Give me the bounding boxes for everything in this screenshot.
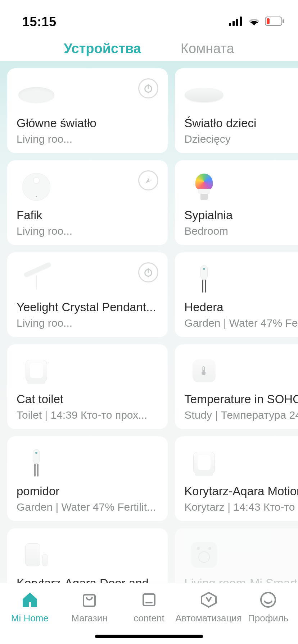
device-sub: Living roo...: [17, 133, 158, 145]
device-sub: Korytarz | 14:43 Кто-то пр...: [184, 501, 298, 513]
tab-rooms[interactable]: Комната: [181, 41, 234, 56]
device-card[interactable]: Główne światło Living roo...: [7, 68, 168, 153]
profile-icon: [259, 590, 277, 609]
nav-label: Магазин: [71, 613, 107, 624]
device-name: Cat toilet: [17, 392, 158, 406]
wifi-icon: [248, 17, 261, 27]
door-sensor-icon: [17, 537, 56, 573]
home-indicator[interactable]: [95, 635, 203, 638]
nav-label: Mi Home: [11, 613, 49, 624]
svg-rect-17: [143, 594, 155, 606]
device-name: Hedera: [184, 300, 298, 314]
status-indicators: [229, 17, 285, 27]
device-card[interactable]: pomidor Garden | Water 47% Fertilit...: [7, 436, 168, 521]
device-card[interactable]: Korytarz-Aqara Motion S... Korytarz | 14…: [175, 436, 298, 521]
device-name: Główne światło: [17, 116, 158, 130]
temp-sensor-icon: 🌡: [184, 353, 224, 389]
ceiling-light-icon: [184, 77, 224, 113]
automation-icon: [199, 590, 218, 609]
locate-button[interactable]: [138, 170, 158, 190]
device-name: Sypialnia: [184, 208, 298, 222]
nav-profile[interactable]: Профиль: [240, 590, 296, 624]
svg-point-20: [261, 593, 275, 607]
bag-icon: [80, 590, 99, 609]
svg-rect-5: [283, 19, 284, 23]
device-sub: Garden | Water 47% Fertilit...: [184, 317, 298, 329]
device-name: Światło dzieci: [184, 116, 298, 130]
device-sub: Toilet | 14:39 Кто-то прох...: [17, 409, 158, 421]
vacuum-icon: [17, 169, 56, 205]
plant-sensor-icon: [17, 445, 56, 481]
device-name: pomidor: [17, 484, 158, 498]
svg-rect-2: [236, 19, 238, 26]
svg-rect-15: [29, 602, 31, 607]
device-name: Fafik: [17, 208, 158, 222]
nav-home[interactable]: Mi Home: [2, 590, 58, 624]
header-tabs: Устройства Комната: [0, 36, 298, 61]
device-sub: Living roo...: [17, 225, 158, 237]
svg-marker-19: [202, 593, 216, 607]
device-card[interactable]: Korytarz-Aqara Door and... Korytarz | 14…: [7, 528, 168, 583]
device-name: Temperature in SOHO: [184, 392, 298, 406]
device-grid: Główne światło Living roo... Światło dzi…: [7, 68, 291, 583]
status-time: 15:15: [22, 14, 57, 29]
bulb-icon: [184, 169, 224, 205]
svg-rect-1: [232, 21, 235, 26]
device-sub: Bedroom: [184, 225, 298, 237]
device-sub: Living roo...: [17, 317, 158, 329]
home-icon: [21, 590, 39, 609]
device-sub: Garden | Water 47% Fertilit...: [17, 501, 158, 513]
motion-sensor-icon: [184, 445, 224, 481]
device-name: Korytarz-Aqara Motion S...: [184, 484, 298, 498]
plant-sensor-icon: [184, 261, 224, 297]
device-name: Korytarz-Aqara Door and...: [17, 576, 158, 583]
device-card[interactable]: Hedera Garden | Water 47% Fertilit...: [175, 252, 298, 337]
device-card[interactable]: Cat toilet Toilet | 14:39 Кто-то прох...: [7, 344, 168, 429]
battery-icon: [265, 17, 285, 27]
nav-label: Автоматизация: [175, 613, 242, 624]
device-name: Living room-Mi Smart Plug: [184, 576, 298, 583]
status-bar: 15:15: [0, 0, 298, 36]
tab-devices[interactable]: Устройства: [64, 41, 141, 56]
content-icon: [140, 590, 158, 609]
device-grid-container[interactable]: Główne światło Living roo... Światło dzi…: [0, 61, 298, 583]
app-viewport: 15:15 Устройства Комната: [0, 0, 298, 644]
svg-rect-3: [240, 17, 242, 26]
nav-label: Профиль: [248, 613, 288, 624]
device-card[interactable]: Fafik Living roo...: [7, 160, 168, 245]
cellular-icon: [229, 17, 243, 27]
svg-rect-6: [267, 18, 270, 24]
pendant-light-icon: [17, 261, 56, 297]
power-button[interactable]: [138, 262, 158, 282]
smart-plug-icon: [184, 537, 224, 573]
device-card[interactable]: Living room-Mi Smart Plug Living roo...: [175, 528, 298, 583]
device-card[interactable]: Światło dzieci Dziecięcy: [175, 68, 298, 153]
device-card[interactable]: Yeelight Crystal Pendant... Living roo..…: [7, 252, 168, 337]
nav-store[interactable]: Магазин: [62, 590, 117, 624]
svg-rect-0: [229, 23, 231, 26]
device-name: Yeelight Crystal Pendant...: [17, 300, 158, 314]
nav-label: content: [134, 613, 164, 624]
device-sub: Dziecięcy: [184, 133, 298, 145]
ceiling-light-icon: [17, 77, 56, 113]
nav-content[interactable]: content: [121, 590, 177, 624]
device-card[interactable]: 🌡 Temperature in SOHO Study | Температур…: [175, 344, 298, 429]
motion-sensor-icon: [17, 353, 56, 389]
nav-automation[interactable]: Автоматизация: [181, 590, 236, 624]
device-card[interactable]: Sypialnia Bedroom: [175, 160, 298, 245]
power-button[interactable]: [138, 78, 158, 98]
device-sub: Study | Температура 24.0...: [184, 409, 298, 421]
